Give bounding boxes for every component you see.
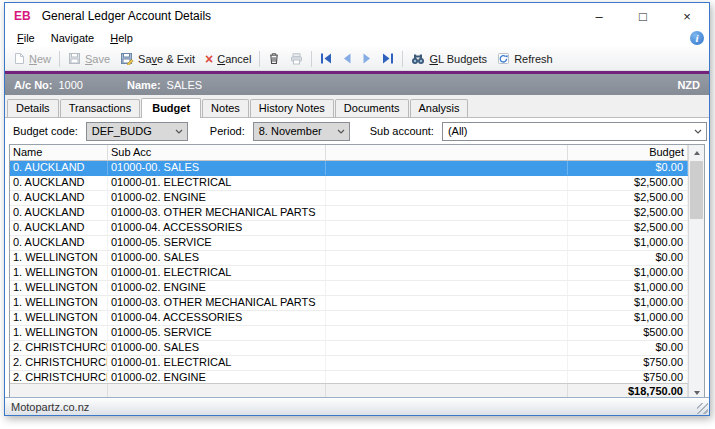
tab-budget[interactable]: Budget	[141, 98, 201, 118]
table-row[interactable]: 1. WELLINGTON01000-03. OTHER MECHANICAL …	[10, 296, 688, 311]
sub-acc-cell: 01000-00. SALES	[108, 161, 326, 175]
budget-cell: $2,500.00	[568, 176, 688, 190]
table-row[interactable]: 1. WELLINGTON01000-04. ACCESSORIES$1,000…	[10, 311, 688, 326]
status-bar: Motopartz.co.nz	[5, 397, 709, 415]
tab-notes[interactable]: Notes	[202, 99, 249, 117]
menu-help[interactable]: Help	[102, 32, 141, 44]
print-button[interactable]	[285, 49, 308, 69]
acc-no-label: A/c No:	[14, 79, 53, 91]
table-row[interactable]: 2. CHRISTCHURCH01000-01. ELECTRICAL$750.…	[10, 356, 688, 371]
tab-transactions[interactable]: Transactions	[60, 99, 141, 117]
spacer-cell	[326, 206, 568, 220]
name-cell: 1. WELLINGTON	[10, 281, 108, 295]
sub-acc-cell: 01000-00. SALES	[108, 251, 326, 265]
minimize-button[interactable]: –	[577, 3, 621, 29]
table-row[interactable]: 1. WELLINGTON01000-00. SALES$0.00	[10, 251, 688, 266]
name-cell: 2. CHRISTCHURCH	[10, 356, 108, 370]
period-select[interactable]: 8. November	[253, 122, 350, 141]
chevron-down-icon	[171, 129, 187, 134]
budget-grid: Name Sub Acc Budget 0. AUCKLAND01000-00.…	[9, 144, 705, 401]
trash-icon	[268, 52, 280, 65]
spacer-cell	[326, 326, 568, 340]
budget-cell: $750.00	[568, 371, 688, 383]
budget-cell: $2,500.00	[568, 206, 688, 220]
table-row[interactable]: 0. AUCKLAND01000-02. ENGINE$2,500.00	[10, 191, 688, 206]
menu-navigate[interactable]: Navigate	[43, 32, 102, 44]
tab-documents[interactable]: Documents	[335, 99, 409, 117]
scroll-up-button[interactable]	[689, 145, 704, 160]
save-button[interactable]: Save	[63, 49, 115, 69]
toolbar-separator	[402, 51, 403, 67]
delete-button[interactable]	[263, 49, 285, 69]
name-cell: 1. WELLINGTON	[10, 311, 108, 325]
table-row[interactable]: 0. AUCKLAND01000-03. OTHER MECHANICAL PA…	[10, 206, 688, 221]
sub-acc-cell: 01000-01. ELECTRICAL	[108, 356, 326, 370]
cancel-button[interactable]: × Cancel	[200, 49, 256, 69]
column-header-spacer	[326, 145, 568, 160]
spacer-cell	[326, 341, 568, 355]
table-row[interactable]: 1. WELLINGTON01000-02. ENGINE$1,000.00	[10, 281, 688, 296]
spacer-cell	[326, 266, 568, 280]
grid-inner: Name Sub Acc Budget 0. AUCKLAND01000-00.…	[10, 145, 688, 400]
spacer-cell	[326, 221, 568, 235]
nav-previous-button[interactable]	[337, 49, 357, 69]
new-button[interactable]: New	[9, 49, 56, 69]
spacer-cell	[326, 281, 568, 295]
table-row[interactable]: 1. WELLINGTON01000-05. SERVICE$500.00	[10, 326, 688, 341]
refresh-button[interactable]: Refresh	[492, 49, 558, 69]
name-cell: 1. WELLINGTON	[10, 266, 108, 280]
toolbar-separator	[311, 51, 312, 67]
table-row[interactable]: 2. CHRISTCHURCH01000-00. SALES$0.00	[10, 341, 688, 356]
toolbar: New Save Save & Exit × Cancel	[5, 47, 709, 71]
sub-acc-cell: 01000-05. SERVICE	[108, 326, 326, 340]
name-cell: 0. AUCKLAND	[10, 191, 108, 205]
nav-next-button[interactable]	[357, 49, 377, 69]
nav-last-button[interactable]	[377, 49, 399, 69]
name-cell: 0. AUCKLAND	[10, 161, 108, 175]
scrollbar-thumb[interactable]	[690, 161, 703, 219]
spacer-cell	[326, 236, 568, 250]
budget-cell: $1,000.00	[568, 281, 688, 295]
resize-grip[interactable]	[697, 403, 708, 414]
sub-acc-cell: 01000-02. ENGINE	[108, 371, 326, 383]
menu-file[interactable]: File	[9, 32, 43, 44]
sub-acc-cell: 01000-00. SALES	[108, 341, 326, 355]
table-row[interactable]: 2. CHRISTCHURCH01000-02. ENGINE$750.00	[10, 371, 688, 383]
status-text: Motopartz.co.nz	[11, 401, 89, 413]
period-label: Period:	[210, 125, 245, 137]
tab-history-notes[interactable]: History Notes	[250, 99, 334, 117]
save-exit-floppy-pencil-icon	[120, 52, 134, 65]
table-row[interactable]: 0. AUCKLAND01000-01. ELECTRICAL$2,500.00	[10, 176, 688, 191]
tab-analysis[interactable]: Analysis	[410, 99, 469, 117]
sub-account-select[interactable]: (All)	[442, 122, 707, 141]
budget-code-select[interactable]: DEF_BUDG	[86, 122, 188, 141]
currency-badge: NZD	[677, 79, 700, 91]
table-row[interactable]: 0. AUCKLAND01000-05. SERVICE$1,000.00	[10, 236, 688, 251]
budget-cell: $0.00	[568, 161, 688, 175]
name-cell: 0. AUCKLAND	[10, 221, 108, 235]
table-row[interactable]: 0. AUCKLAND01000-04. ACCESSORIES$2,500.0…	[10, 221, 688, 236]
tab-details[interactable]: Details	[7, 99, 59, 117]
acc-name-label: Name:	[127, 79, 161, 91]
budget-tab-content: Budget code: DEF_BUDG Period: 8. Novembe…	[5, 118, 709, 397]
table-row[interactable]: 0. AUCKLAND01000-00. SALES$0.00	[10, 161, 688, 176]
column-header-name[interactable]: Name	[10, 145, 108, 160]
gl-budgets-button[interactable]: GL Budgets	[406, 49, 492, 69]
name-cell: 1. WELLINGTON	[10, 296, 108, 310]
window-controls: – □ ×	[577, 3, 709, 29]
tab-bar: DetailsTransactionsBudgetNotesHistory No…	[5, 95, 709, 118]
save-exit-button[interactable]: Save & Exit	[115, 49, 200, 69]
close-button[interactable]: ×	[665, 3, 709, 29]
column-header-budget[interactable]: Budget	[568, 145, 688, 160]
budget-cell: $0.00	[568, 341, 688, 355]
maximize-button[interactable]: □	[621, 3, 665, 29]
info-icon[interactable]: i	[690, 31, 704, 45]
acc-name-value: SALES	[167, 79, 202, 91]
table-row[interactable]: 1. WELLINGTON01000-01. ELECTRICAL$1,000.…	[10, 266, 688, 281]
title-bar: EB General Ledger Account Details – □ ×	[5, 3, 709, 29]
column-header-sub-acc[interactable]: Sub Acc	[108, 145, 326, 160]
nav-first-button[interactable]	[315, 49, 337, 69]
spacer-cell	[326, 371, 568, 383]
vertical-scrollbar[interactable]	[688, 145, 704, 400]
spacer-cell	[326, 251, 568, 265]
